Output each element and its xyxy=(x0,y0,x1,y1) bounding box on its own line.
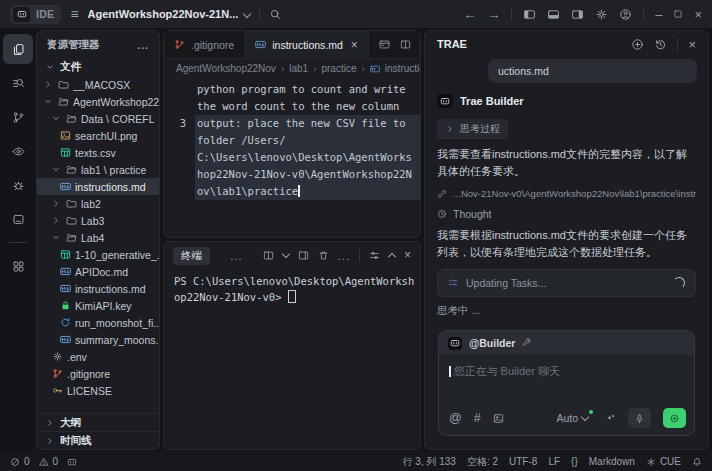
terminal-layout-icon[interactable] xyxy=(298,250,309,261)
tree-item[interactable]: APIDoc.md xyxy=(37,263,159,280)
code-line[interactable]: folder /Users/ xyxy=(164,132,420,149)
breadcrumb-item[interactable]: practice xyxy=(321,63,356,74)
code-line[interactable]: 3output: place the new CSV file to xyxy=(164,115,420,132)
tree-item[interactable]: AgentWorkshop22Nov xyxy=(37,93,159,110)
kill-terminal-icon[interactable] xyxy=(318,250,329,261)
encoding-status[interactable]: UTF-8 xyxy=(509,456,537,467)
split-options-chevron-icon[interactable] xyxy=(282,250,290,258)
new-chat-icon[interactable] xyxy=(631,38,644,51)
code-line[interactable]: python program to count and write xyxy=(164,81,420,98)
terminal-more-icon[interactable]: ... xyxy=(338,250,350,262)
breadcrumb-item[interactable]: AgentWorkshop22Nov xyxy=(176,63,276,74)
search-icon[interactable] xyxy=(269,8,282,21)
activity-explorer-icon[interactable] xyxy=(3,34,33,64)
breadcrumb-item[interactable]: instructic xyxy=(385,63,420,74)
main-menu-icon[interactable]: ≡ xyxy=(70,7,78,21)
voice-input-button[interactable] xyxy=(628,408,651,428)
tree-item[interactable]: LICENSE xyxy=(37,382,159,399)
back-button[interactable]: ← xyxy=(463,8,476,21)
tree-item[interactable]: Data \ COREFL xyxy=(37,110,159,127)
braces-status[interactable]: {} xyxy=(571,456,578,467)
close-window-button[interactable]: × xyxy=(694,8,702,21)
chat-history-icon[interactable] xyxy=(654,38,667,51)
tree-item[interactable]: lab1 \ practice xyxy=(37,161,159,178)
app-menu-button[interactable]: IDE xyxy=(10,5,61,24)
stop-generation-button[interactable] xyxy=(663,408,686,428)
tree-item[interactable]: Lab3 xyxy=(37,212,159,229)
open-preview-icon[interactable] xyxy=(379,39,390,50)
explorer-more-icon[interactable]: ... xyxy=(137,39,149,51)
workspace-title[interactable]: AgentWorkshop22Nov-21N... xyxy=(88,8,251,20)
chat-input[interactable]: 您正在与 Builder 聊天 xyxy=(439,355,694,388)
minimize-button[interactable]: – xyxy=(655,8,662,21)
tree-item[interactable]: summary_moons... xyxy=(37,331,159,348)
tree-item[interactable]: .gitignore xyxy=(37,365,159,382)
activity-extensions-icon[interactable] xyxy=(3,251,33,281)
terminal-settings-icon[interactable] xyxy=(369,250,380,261)
activity-source-control-icon[interactable] xyxy=(3,102,33,132)
close-tab-icon[interactable]: × xyxy=(351,38,358,52)
enhance-prompt-icon[interactable] xyxy=(605,413,616,424)
trae-status-icon[interactable] xyxy=(67,457,77,467)
activity-preview-icon[interactable] xyxy=(3,136,33,166)
tree-item[interactable]: instructions.md xyxy=(37,178,159,195)
tree-item[interactable]: texts.csv xyxy=(37,144,159,161)
tree-item[interactable]: lab2 xyxy=(37,195,159,212)
cue-status[interactable]: CUE xyxy=(646,456,681,467)
split-terminal-icon[interactable] xyxy=(263,250,274,261)
tree-item[interactable]: instructions.md xyxy=(37,280,159,297)
code-line[interactable]: ov\lab1\practice xyxy=(164,183,420,200)
tree-item[interactable]: __MACOSX xyxy=(37,76,159,93)
code-line[interactable]: hop22Nov-21Nov-v0\AgentWorkshop22N xyxy=(164,166,420,183)
timeline-section[interactable]: 时间线 xyxy=(37,431,159,449)
code-line[interactable]: the word count to the new column xyxy=(164,98,420,115)
close-panel-icon[interactable]: × xyxy=(404,249,411,262)
breadcrumb-item[interactable]: lab1 xyxy=(289,63,308,74)
tree-item[interactable]: searchUI.png xyxy=(37,127,159,144)
maximize-panel-chevron-icon[interactable] xyxy=(388,252,396,260)
breadcrumb[interactable]: AgentWorkshop22Nov › lab1 › practice › i… xyxy=(164,59,420,78)
attach-image-icon[interactable] xyxy=(493,413,504,424)
tree-item[interactable]: 1-10_generative_... xyxy=(37,246,159,263)
mode-selector[interactable]: Auto xyxy=(556,412,593,424)
maximize-button[interactable] xyxy=(673,9,683,19)
toggle-right-panel-icon[interactable] xyxy=(571,8,584,21)
terminal-tab[interactable]: 终端 xyxy=(173,247,210,265)
outline-section[interactable]: 大纲 xyxy=(37,413,159,431)
tree-item[interactable]: run_moonshot_fi... xyxy=(37,314,159,331)
terminal-tab-more-icon[interactable]: ... xyxy=(230,250,242,262)
files-section-header[interactable]: 文件 xyxy=(37,58,159,76)
cursor-position-status[interactable]: 行 3, 列 133 xyxy=(403,455,456,469)
eol-status[interactable]: LF xyxy=(548,456,560,467)
tree-item[interactable]: .env xyxy=(37,348,159,365)
mention-icon[interactable]: @ xyxy=(449,412,462,424)
language-mode-status[interactable]: Markdown xyxy=(589,456,635,467)
activity-search-icon[interactable] xyxy=(3,68,33,98)
file-reference-row[interactable]: ...Nov-21Nov-v0\AgentWorkshop22Nov\lab1\… xyxy=(437,188,696,199)
chat-agent-header[interactable]: @Builder xyxy=(439,331,694,355)
code-line[interactable]: C:\Users\lenovo\Desktop\AgentWorks xyxy=(164,149,420,166)
updating-tasks-card[interactable]: Updating Tasks... xyxy=(437,269,696,297)
thought-row[interactable]: Thought xyxy=(437,208,696,220)
tab-instructions-md[interactable]: instructions.md × xyxy=(245,31,369,58)
indentation-status[interactable]: 空格: 2 xyxy=(467,455,498,469)
toggle-bottom-panel-icon[interactable] xyxy=(547,8,560,21)
close-trae-panel-icon[interactable]: × xyxy=(688,38,696,51)
warnings-status[interactable]: 0 xyxy=(39,456,59,467)
tab-gitignore[interactable]: .gitignore xyxy=(164,31,245,58)
thinking-process-chip[interactable]: 思考过程 xyxy=(437,119,508,139)
toggle-left-panel-icon[interactable] xyxy=(523,8,536,21)
activity-console-icon[interactable] xyxy=(3,204,33,234)
split-editor-icon[interactable] xyxy=(400,39,411,50)
account-icon[interactable] xyxy=(619,8,632,21)
tree-item[interactable]: Lab4 xyxy=(37,229,159,246)
forward-button[interactable]: → xyxy=(487,8,500,21)
errors-status[interactable]: 0 xyxy=(10,456,30,467)
code-editor[interactable]: python program to count and writethe wor… xyxy=(164,78,420,200)
settings-gear-icon[interactable] xyxy=(595,8,608,21)
tree-item[interactable]: KimiAPI.key xyxy=(37,297,159,314)
context-hash-icon[interactable]: # xyxy=(474,412,481,424)
activity-debug-icon[interactable] xyxy=(3,170,33,200)
terminal-output[interactable]: PS C:\Users\lenovo\Desktop\AgentWorkshop… xyxy=(164,269,420,309)
notifications-bell-icon[interactable] xyxy=(692,457,702,467)
